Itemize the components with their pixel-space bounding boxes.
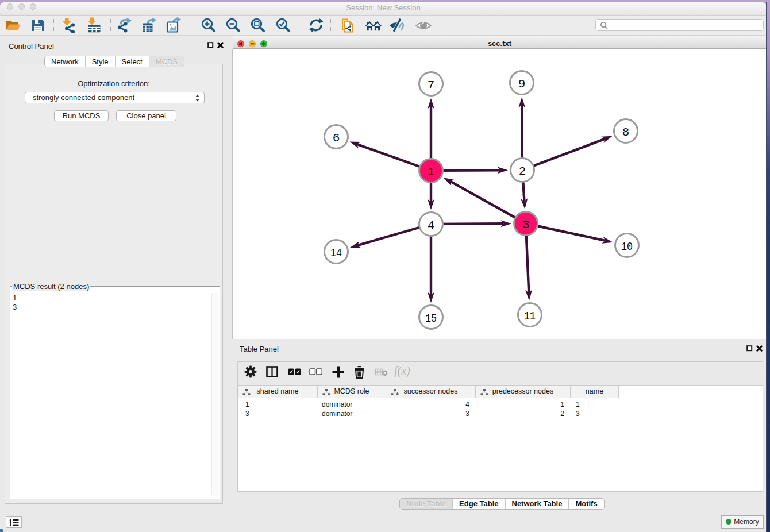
- svg-text:7: 7: [428, 79, 435, 92]
- svg-text:1: 1: [428, 165, 435, 179]
- svg-text:6: 6: [333, 132, 340, 145]
- svg-text:9: 9: [518, 78, 526, 91]
- svg-text:2: 2: [519, 165, 526, 178]
- svg-text:15: 15: [425, 312, 437, 325]
- svg-text:11: 11: [524, 310, 536, 323]
- svg-text:4: 4: [428, 219, 435, 232]
- svg-text:3: 3: [522, 218, 530, 232]
- svg-text:8: 8: [622, 126, 630, 139]
- svg-text:14: 14: [330, 246, 342, 260]
- svg-text:10: 10: [621, 240, 633, 253]
